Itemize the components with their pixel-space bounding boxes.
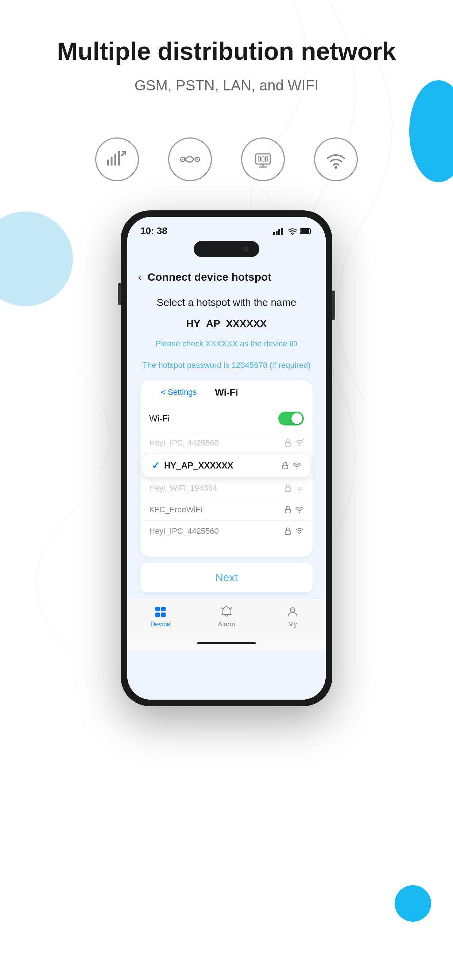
svg-rect-31 [155,612,160,617]
svg-point-10 [335,166,337,169]
svg-rect-6 [262,157,264,161]
my-tab-icon [286,605,299,618]
wifi-icon-1 [295,439,304,447]
hotspot-hint2: The hotspot password is 12345678 (if req… [140,359,313,372]
svg-rect-30 [161,607,166,611]
header-section: Multiple distribution network GSM, PSTN,… [0,0,453,116]
phone-screen: 10: 38 [127,217,326,700]
selected-network-icons [281,461,301,470]
phone-outer-frame: 10: 38 [121,210,332,706]
wifi-settings-card: < Settings Wi-Fi Wi-Fi Heyi_IPC_4425560 [140,380,313,557]
svg-rect-29 [155,607,160,611]
bg-decoration-bottom [395,885,431,922]
card-spacer [140,542,313,557]
svg-point-28 [299,533,300,534]
selected-network-container: ✓ HY_AP_XXXXXX [140,454,313,477]
svg-point-24 [299,490,300,491]
svg-point-15 [292,234,293,235]
svg-rect-32 [161,612,166,617]
alarm-tab-label: Alarm [218,620,235,628]
back-button[interactable]: ‹ [138,271,142,283]
lock-icon-5 [283,527,292,536]
lan-icon [241,137,285,181]
nav-bar: ‹ Connect device hotspot [127,262,326,288]
settings-back-link[interactable]: < Settings [161,388,196,397]
battery-icon [300,228,313,234]
network-item-4[interactable]: KFC_FreeWiFi [140,499,313,520]
svg-rect-14 [281,228,283,235]
page-subtitle: GSM, PSTN, LAN, and WIFI [0,77,453,94]
network-name-1: Heyi_IPC_4425560 [149,438,219,448]
svg-rect-7 [266,157,268,161]
svg-rect-17 [301,229,309,233]
svg-line-20 [302,439,304,441]
network-icons-3 [283,484,304,493]
svg-point-19 [299,445,300,446]
camera-dot [243,246,249,252]
tab-alarm[interactable]: Alarm [193,605,259,628]
lock-icon-3 [283,484,292,493]
wifi-card-title: Wi-Fi [215,387,238,398]
network-icons-4 [283,505,304,514]
svg-line-33 [221,608,223,609]
wifi-icon-3 [295,484,304,493]
network-item-5[interactable]: Heyi_IPC_4425560 [140,520,313,542]
network-item-1[interactable]: Heyi_IPC_4425560 [140,433,313,454]
nav-title: Connect device hotspot [147,271,271,283]
svg-rect-25 [285,509,290,513]
tab-bar: Device Alarm [127,600,326,635]
svg-line-34 [230,608,232,609]
wifi-toggle[interactable] [278,412,304,425]
wifi-toggle-label: Wi-Fi [149,414,170,424]
device-tab-icon [154,605,167,618]
selected-network-left: ✓ HY_AP_XXXXXX [152,460,233,471]
svg-rect-21 [283,465,288,469]
svg-rect-12 [276,231,278,235]
selected-network-name: HY_AP_XXXXXX [164,460,233,471]
selected-network-item[interactable]: ✓ HY_AP_XXXXXX [143,454,310,477]
tab-my[interactable]: My [260,605,326,628]
status-bar: 10: 38 [127,217,326,239]
home-indicator-bar [127,635,326,650]
hotspot-heading-line2: HY_AP_XXXXXX [140,316,313,331]
signal-icon [273,227,285,235]
hotspot-hint1: Please check XXXXXX as the device ID [140,337,313,350]
svg-point-22 [297,468,298,469]
svg-rect-27 [285,531,290,535]
dynamic-island [194,241,259,257]
network-name-4: KFC_FreeWiFi [149,505,202,514]
svg-rect-18 [285,442,290,446]
checkmark-icon: ✓ [152,460,160,471]
svg-point-35 [290,608,295,612]
tab-device[interactable]: Device [127,605,193,628]
content-area: Select a hotspot with the name HY_AP_XXX… [127,288,326,592]
svg-point-26 [299,512,300,512]
svg-point-2 [182,159,183,160]
network-name-5: Heyi_IPC_4425560 [149,527,219,536]
wifi-icon-5 [295,527,304,536]
next-button-text: Next [215,571,238,583]
pstn-icon [168,137,212,181]
svg-rect-11 [273,232,275,235]
alarm-tab-icon [220,605,233,618]
my-tab-label: My [288,620,297,628]
phone-mockup: 10: 38 [0,210,453,706]
device-tab-label: Device [150,620,170,628]
next-button[interactable]: Next [140,563,313,592]
hotspot-heading-line1: Select a hotspot with the name [140,295,313,310]
page-title: Multiple distribution network [0,37,453,66]
status-time: 10: 38 [140,225,167,237]
wifi-icon-4 [295,505,304,514]
lock-icon-selected [281,461,290,470]
network-icons-row [0,137,453,181]
svg-rect-23 [285,488,290,492]
lock-icon-4 [283,505,292,514]
home-indicator [197,642,256,644]
wifi-status-icon [288,227,297,235]
network-icons-1 [283,439,304,447]
svg-rect-13 [278,229,280,235]
app-content: ‹ Connect device hotspot Select a hotspo… [127,262,326,700]
lock-icon-1 [283,439,292,447]
network-item-3[interactable]: Heyi_WiFi_194364 [140,477,313,499]
wifi-icon [314,137,358,181]
